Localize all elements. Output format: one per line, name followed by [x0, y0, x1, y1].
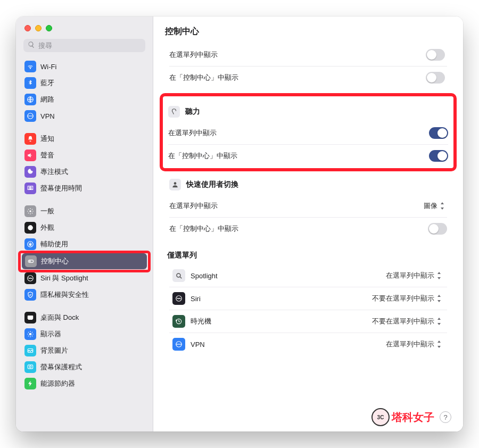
sidebar-item-label: 一般 [40, 206, 54, 216]
fast-user-show-in-menubar: 在選單列中顯示 圖像 [169, 195, 447, 217]
popup-value: 不要在選單列中顯示 [372, 317, 434, 326]
svg-point-17 [177, 273, 180, 277]
privacy-icon [24, 289, 36, 301]
sidebar-item-appearance[interactable]: 外觀 [21, 220, 147, 236]
sidebar-item-network[interactable]: 網路 [21, 92, 147, 107]
toggle-hearing-menubar[interactable] [429, 127, 448, 139]
toggle-fast-user-controlcenter[interactable] [428, 223, 447, 235]
sidebar-item-sound[interactable]: 聲音 [21, 147, 147, 163]
toggle-hearing-controlcenter[interactable] [429, 150, 448, 162]
menu-only-row-siri: Siri不要在選單列中顯示 [169, 287, 447, 310]
sidebar-item-label: 通知 [40, 134, 54, 144]
sidebar-item-screentime[interactable]: 螢幕使用時間 [21, 180, 147, 196]
bluetooth-icon [24, 77, 36, 89]
menu-only-popup-vpn[interactable]: 在選單列中顯示 [384, 338, 444, 350]
vpn-icon [24, 110, 36, 122]
sidebar-item-label: 聲音 [40, 151, 54, 160]
ear-icon [168, 106, 180, 118]
list-item-label: Spotlight [191, 272, 218, 280]
window-controls [16, 22, 153, 39]
watermark-text: 塔科女子 [392, 410, 434, 425]
sidebar-item-label: 外觀 [40, 223, 54, 233]
accessibility-icon [24, 238, 36, 250]
svg-rect-14 [28, 365, 32, 369]
displays-icon [24, 328, 36, 340]
menu-only-popup-spotlight[interactable]: 在選單列中顯示 [384, 270, 444, 281]
search-input[interactable] [38, 42, 141, 49]
watermark: 3C 塔科女子 [371, 408, 434, 426]
sidebar-item-energy[interactable]: 能源節約器 [21, 376, 147, 392]
focus-icon [24, 166, 36, 178]
sidebar-item-general[interactable]: 一般 [21, 203, 147, 219]
sidebar-item-notifications[interactable]: 通知 [21, 131, 147, 147]
hearing-section-header: 聽力 [168, 98, 448, 122]
menu-only-popup-siri[interactable]: 不要在選單列中顯示 [370, 293, 444, 304]
sidebar-item-label: 螢幕使用時間 [40, 184, 82, 193]
zoom-window-button[interactable] [46, 25, 52, 31]
sidebar-item-siri[interactable]: Siri 與 Spotlight [21, 270, 147, 286]
svg-point-16 [174, 182, 177, 185]
spotlight-icon [172, 269, 185, 282]
sidebar-item-label: Wi-Fi [40, 63, 56, 71]
fast-user-menubar-popup[interactable]: 圖像 [422, 200, 447, 212]
sidebar-item-label: Siri 與 Spotlight [40, 273, 88, 283]
sidebar-item-wifi[interactable]: Wi-Fi [21, 59, 147, 74]
desktop-icon [24, 312, 36, 323]
sidebar-item-label: VPN [40, 112, 55, 120]
sidebar-list: Wi-Fi藍牙網路VPN通知聲音專注模式螢幕使用時間一般外觀輔助使用控制中心Si… [16, 59, 153, 432]
sidebar-item-accessibility[interactable]: 輔助使用 [21, 236, 147, 252]
sidebar-item-label: 顯示器 [40, 329, 61, 339]
main-pane: 控制中心 在選單列中顯示 在「控制中心」中顯示 聽力 [153, 16, 463, 432]
sidebar-item-privacy[interactable]: 隱私權與安全性 [21, 287, 147, 303]
minimize-window-button[interactable] [35, 25, 42, 31]
row-label: 在「控制中心」中顯示 [169, 73, 238, 82]
row-label: 在「控制中心」中顯示 [169, 224, 238, 234]
hearing-show-in-menubar: 在選單列中顯示 [168, 122, 448, 144]
sidebar-item-controlcenter[interactable]: 控制中心 [22, 253, 147, 269]
sidebar-item-screensaver[interactable]: 螢幕保護程式 [21, 359, 147, 375]
fragment-show-in-menubar: 在選單列中顯示 [169, 44, 447, 66]
toggle-fragment-menubar[interactable] [426, 49, 445, 61]
sidebar-item-wallpaper[interactable]: 背景圖片 [21, 343, 147, 359]
popup-value: 圖像 [424, 201, 437, 211]
sound-icon [24, 150, 36, 161]
sidebar-item-label: 桌面與 Dock [40, 313, 79, 322]
svg-point-6 [30, 243, 31, 244]
fragment-show-in-controlcenter: 在「控制中心」中顯示 [169, 66, 447, 89]
svg-point-8 [29, 261, 31, 262]
sidebar-item-bluetooth[interactable]: 藍牙 [21, 75, 147, 91]
row-label: 在選單列中顯示 [169, 201, 218, 211]
row-label: 在「控制中心」中顯示 [168, 151, 237, 161]
menu-only-row-vpn: VPN在選單列中顯示 [169, 333, 447, 355]
menu-bar-only-title: 僅選單列 [165, 240, 451, 264]
wifi-icon [24, 61, 36, 72]
close-window-button[interactable] [24, 25, 31, 31]
content-area: 在選單列中顯示 在「控制中心」中顯示 聽力 在選單列中顯示 [153, 44, 463, 432]
screensaver-icon [24, 361, 36, 373]
general-icon [24, 205, 36, 217]
sidebar-item-focus[interactable]: 專注模式 [21, 164, 147, 180]
sidebar-item-desktop[interactable]: 桌面與 Dock [21, 310, 147, 326]
list-item-label: 時光機 [191, 317, 211, 326]
svg-rect-7 [28, 260, 33, 263]
toggle-fragment-controlcenter[interactable] [426, 72, 445, 84]
sidebar-item-label: 背景圖片 [40, 346, 68, 355]
sidebar-item-vpn[interactable]: VPN [21, 108, 147, 124]
hearing-title: 聽力 [185, 107, 200, 117]
sidebar-item-label: 輔助使用 [40, 239, 68, 249]
settings-window: Wi-Fi藍牙網路VPN通知聲音專注模式螢幕使用時間一般外觀輔助使用控制中心Si… [16, 16, 463, 432]
vpn-icon [172, 338, 185, 351]
row-label: 在選單列中顯示 [168, 128, 217, 138]
sidebar-item-label: 能源節約器 [40, 379, 75, 388]
fast-user-show-in-controlcenter: 在「控制中心」中顯示 [169, 217, 447, 240]
sidebar: Wi-Fi藍牙網路VPN通知聲音專注模式螢幕使用時間一般外觀輔助使用控制中心Si… [16, 16, 153, 432]
list-item-label: Siri [191, 295, 201, 303]
help-button[interactable]: ? [440, 411, 451, 423]
menu-only-row-timemachine: 時光機不要在選單列中顯示 [169, 310, 447, 333]
controlcenter-icon [25, 255, 37, 267]
menu-only-popup-timemachine[interactable]: 不要在選單列中顯示 [370, 316, 444, 327]
notifications-icon [24, 133, 36, 145]
sidebar-item-displays[interactable]: 顯示器 [21, 326, 147, 342]
search-field[interactable] [23, 39, 145, 52]
sidebar-item-label: 控制中心 [41, 256, 69, 266]
